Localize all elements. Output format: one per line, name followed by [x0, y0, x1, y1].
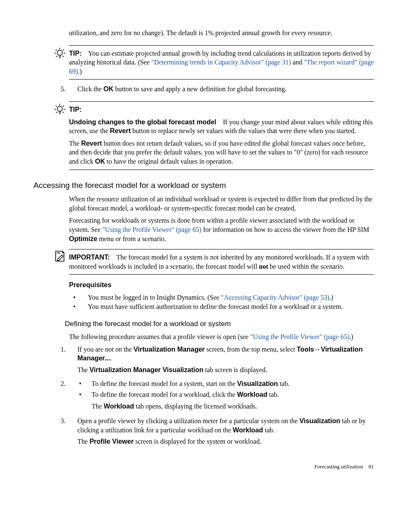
- tip-subheading: Undoing changes to the global forecast m…: [69, 118, 216, 126]
- lightbulb-icon: [53, 46, 67, 60]
- step-number: 3.: [61, 416, 77, 446]
- intro-continuation: utilization, and zero for no change). Th…: [69, 28, 374, 38]
- prerequisites-heading: Prerequisites: [69, 280, 374, 290]
- link-profile-viewer[interactable]: "Using the Profile Viewer" (page 65): [102, 226, 202, 233]
- substep-bullet: • To define the forecast model for a wor…: [77, 390, 374, 411]
- tip-label: TIP:: [69, 106, 82, 113]
- workload-tab-ref: Workload: [104, 403, 134, 410]
- prereq-item-2: • You must have sufficient authorization…: [69, 302, 374, 311]
- note-icon: [54, 250, 66, 262]
- vmv-tab-ref: Virtualization Manager Visualization: [90, 366, 203, 373]
- important-label: IMPORTANT:: [69, 254, 110, 261]
- subsection-heading-defining: Defining the forecast model for a worklo…: [65, 319, 374, 329]
- svg-point-1: [57, 106, 62, 111]
- bullet-icon: •: [77, 379, 92, 388]
- emphasis-not: not: [259, 263, 268, 270]
- tip-label: TIP:: [69, 50, 82, 57]
- tip-callout-2: TIP: Undoing changes to the global forec…: [50, 101, 374, 170]
- workload-tab-ref: Workload: [233, 427, 263, 434]
- proc-step-3: 3. Open a profile viewer by clicking a u…: [61, 416, 374, 446]
- step-5: 5. Click the OK button to save and apply…: [61, 85, 374, 94]
- workload-tab-ref: Workload: [237, 391, 268, 398]
- important-callout: IMPORTANT: The forecast model for a syst…: [50, 249, 374, 275]
- tools-menu-ref: Tools: [297, 346, 314, 353]
- link-trends[interactable]: "Determining trends in Capacity Advisor"…: [151, 59, 291, 66]
- page-footer: Forecasting utilization 81: [25, 463, 374, 470]
- revert-button-ref: Revert: [110, 127, 131, 134]
- section-para-1: When the resource utilization of an indi…: [69, 195, 374, 213]
- section-heading-accessing: Accessing the forecast model for a workl…: [33, 180, 374, 191]
- bullet-icon: •: [69, 302, 88, 311]
- proc-step-2: 2. • To define the forecast model for a …: [61, 379, 374, 411]
- vm-screen-ref: Virtualization Manager: [133, 346, 205, 353]
- substep-bullet: • To define the forecast model for a sys…: [77, 379, 374, 388]
- revert-button-ref: Revert: [81, 140, 102, 147]
- page-number: 81: [368, 463, 374, 470]
- footer-title: Forecasting utilization: [314, 463, 363, 470]
- tip-callout-1: TIP: You can estimate projected annual g…: [50, 45, 374, 80]
- ok-button-ref: OK: [95, 158, 105, 165]
- bullet-icon: •: [77, 390, 92, 411]
- section-para-2: Forecasting for workloads or systems is …: [69, 216, 374, 243]
- defining-intro: The following procedure assumes that a p…: [69, 332, 374, 342]
- visualization-tab-ref: Visualization: [237, 380, 278, 387]
- step-number: 5.: [61, 85, 77, 94]
- visualization-tab-ref: Visualization: [299, 417, 340, 424]
- ok-button-ref: OK: [103, 85, 113, 93]
- step-number: 1.: [61, 345, 77, 375]
- link-profile-viewer[interactable]: "Using the Profile Viewer" (page 65): [250, 333, 349, 340]
- bullet-icon: •: [69, 293, 88, 302]
- lightbulb-icon: [53, 102, 67, 116]
- link-accessing-ca[interactable]: "Accessing Capacity Advisor" (page 53): [221, 294, 329, 301]
- step-number: 2.: [61, 379, 77, 411]
- svg-point-0: [57, 50, 62, 55]
- proc-step-1: 1. If you are not on the Virtualization …: [61, 345, 374, 375]
- optimize-menu-ref: Optimize: [69, 235, 97, 242]
- profile-viewer-ref: Profile Viewer: [90, 438, 134, 445]
- prereq-item-1: • You must be logged in to Insight Dynam…: [69, 293, 374, 302]
